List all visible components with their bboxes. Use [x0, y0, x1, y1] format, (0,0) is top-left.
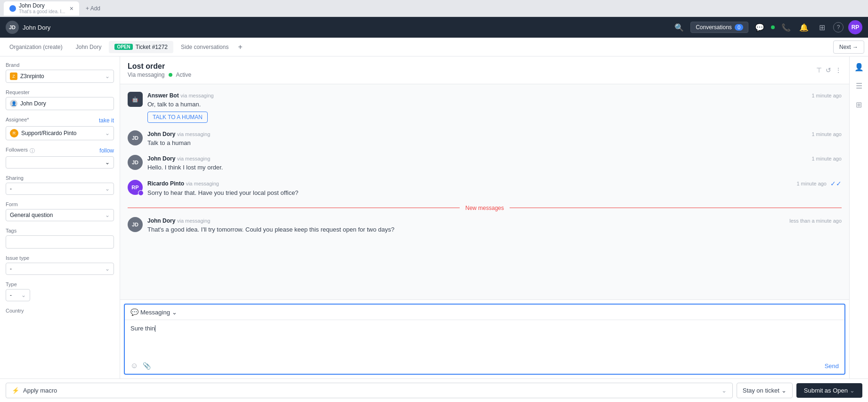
tab-close-button[interactable]: ×: [70, 5, 73, 12]
messaging-mode-button[interactable]: 💬 Messaging ⌄: [130, 308, 177, 316]
follow-link[interactable]: follow: [99, 147, 114, 154]
issue-type-select[interactable]: - ⌄: [6, 263, 114, 275]
ticket-info: Lost order Via messaging Active: [128, 62, 191, 78]
history-icon[interactable]: ↺: [826, 66, 831, 74]
sharing-chevron-icon: ⌄: [105, 185, 110, 192]
new-message-header: John Dory via messaging less than a minu…: [147, 217, 842, 224]
rp-sender-row: Ricardo Pinto via messaging: [147, 180, 219, 187]
conversations-button[interactable]: Conversations 0: [690, 22, 748, 33]
type-value: -: [10, 292, 12, 298]
tab-user-name: John Dory: [23, 24, 50, 31]
phone-icon[interactable]: 📞: [779, 21, 793, 34]
jd-time-1: 1 minute ago: [811, 131, 842, 137]
send-button[interactable]: Send: [825, 362, 839, 370]
form-label: Form: [6, 201, 114, 207]
tab-user-info: John Dory: [23, 24, 50, 31]
rp-time: 1 minute ago: [796, 181, 827, 186]
brand-chevron-icon: ⌄: [105, 73, 110, 80]
assignee-select[interactable]: R Support/Ricardo Pinto ⌄: [6, 126, 114, 140]
tab-title: John Dory: [19, 2, 67, 9]
reply-icons: ☺ 📎: [130, 362, 151, 370]
submit-button[interactable]: Submit as Open ⌄: [796, 383, 862, 398]
form-select[interactable]: General question ⌄: [6, 209, 114, 221]
brand-select[interactable]: Z Z3nrpinto ⌄: [6, 70, 114, 83]
requester-input[interactable]: 👤 John Dory: [6, 97, 114, 110]
add-tab-button[interactable]: +: [238, 43, 242, 51]
tags-input[interactable]: [6, 235, 114, 249]
sharing-select[interactable]: - ⌄: [6, 183, 114, 195]
form-section: Form General question ⌄: [6, 201, 114, 221]
help-icon[interactable]: ?: [833, 22, 844, 32]
active-tab[interactable]: John Dory That's a good idea. I... ×: [4, 1, 79, 16]
support-badge: [138, 190, 144, 196]
bot-icon: 🤖: [132, 96, 138, 103]
type-select[interactable]: - ⌄: [6, 289, 30, 301]
requester-value: John Dory: [20, 100, 46, 107]
filter-icon[interactable]: ⊤: [816, 66, 822, 74]
more-icon[interactable]: ⋮: [835, 66, 842, 74]
assignee-avatar: R: [10, 129, 18, 137]
talk-to-human-button[interactable]: TALK TO A HUMAN: [147, 112, 208, 123]
jd-text-1: Talk to a human: [147, 139, 842, 147]
reply-area: 💬 Messaging ⌄ Sure thin ☺ 📎 Send: [120, 299, 849, 378]
type-label: Type: [6, 281, 114, 287]
new-time: less than a minute ago: [789, 218, 842, 224]
next-button[interactable]: Next →: [833, 40, 864, 54]
reply-input[interactable]: Sure thin: [125, 320, 844, 358]
tab-ticket[interactable]: OPEN Ticket #1272: [109, 41, 173, 53]
rp-avatar: RP: [128, 180, 143, 195]
apps-icon[interactable]: ⊞: [852, 98, 866, 111]
followers-header: Followers ⓘ follow: [6, 147, 114, 154]
requester-label: Requester: [6, 89, 114, 95]
macro-chevron-icon: ⌄: [722, 387, 727, 394]
user-avatar[interactable]: RP: [848, 20, 862, 34]
sharing-label: Sharing: [6, 175, 114, 181]
apply-macro-button[interactable]: ⚡ Apply macro ⌄: [6, 383, 733, 398]
jd-message-header-2: John Dory via messaging 1 minute ago: [147, 155, 842, 162]
jd-time-2: 1 minute ago: [811, 156, 842, 161]
rp-text: Sorry to hear that. Have you tried your …: [147, 189, 842, 197]
message-row-jd1: JD John Dory via messaging 1 minute ago …: [128, 130, 842, 147]
list-icon[interactable]: ☰: [852, 79, 866, 92]
sub-nav: Organization (create) John Dory OPEN Tic…: [0, 38, 868, 56]
app-header-left: JD John Dory: [6, 21, 669, 34]
emoji-icon[interactable]: ☺: [130, 362, 138, 370]
grid-icon[interactable]: ⊞: [815, 21, 828, 34]
tab-user-label: John Dory: [76, 44, 102, 50]
bot-avatar: 🤖: [128, 92, 143, 107]
tab-side-conversations[interactable]: Side conversations: [175, 41, 234, 53]
tab-organization[interactable]: Organization (create): [4, 41, 68, 53]
ticket-meta: Via messaging Active: [128, 72, 191, 78]
app-header: JD John Dory 🔍 Conversations 0 💬 📞 🔔 ⊞ ?…: [0, 17, 868, 38]
assignee-header: Assignee* take it: [6, 117, 114, 124]
bell-icon[interactable]: 🔔: [797, 21, 811, 34]
rp-sender: Ricardo Pinto: [147, 180, 184, 187]
take-it-link[interactable]: take it: [99, 117, 114, 124]
jd-avatar-2: JD: [128, 155, 143, 170]
jd-text-2: Hello. I think I lost my order.: [147, 163, 842, 172]
followers-section: Followers ⓘ follow ⌄: [6, 147, 114, 169]
assignee-label: Assignee*: [6, 117, 29, 122]
divider-line-left: [128, 208, 460, 208]
brand-section: Brand Z Z3nrpinto ⌄: [6, 62, 114, 83]
jd-sender-row-2: John Dory via messaging: [147, 155, 210, 162]
open-badge: OPEN: [114, 44, 132, 50]
person-icon[interactable]: 👤: [852, 60, 866, 73]
followers-info-icon[interactable]: ⓘ: [30, 147, 35, 154]
search-icon[interactable]: 🔍: [673, 21, 686, 34]
tab-user[interactable]: John Dory: [70, 41, 107, 53]
sharing-value: -: [10, 185, 12, 192]
bot-sender: Answer Bot: [147, 92, 179, 99]
reply-wrapper: 💬 Messaging ⌄ Sure thin ☺ 📎 Send: [124, 304, 845, 375]
brand-icon: Z: [10, 72, 17, 80]
new-messages-divider: New messages: [128, 205, 842, 211]
tab-side-label: Side conversations: [181, 44, 228, 50]
followers-chevron-icon: ⌄: [105, 159, 110, 166]
tags-label: Tags: [6, 228, 114, 233]
ticket-header-icons: ⊤ ↺ ⋮: [816, 66, 842, 74]
stay-on-ticket-button[interactable]: Stay on ticket ⌄: [737, 383, 793, 398]
brand-label: Brand: [6, 62, 114, 68]
chat-icon[interactable]: 💬: [753, 21, 766, 34]
attach-icon[interactable]: 📎: [143, 362, 151, 370]
new-tab-button[interactable]: + Add: [81, 1, 105, 16]
